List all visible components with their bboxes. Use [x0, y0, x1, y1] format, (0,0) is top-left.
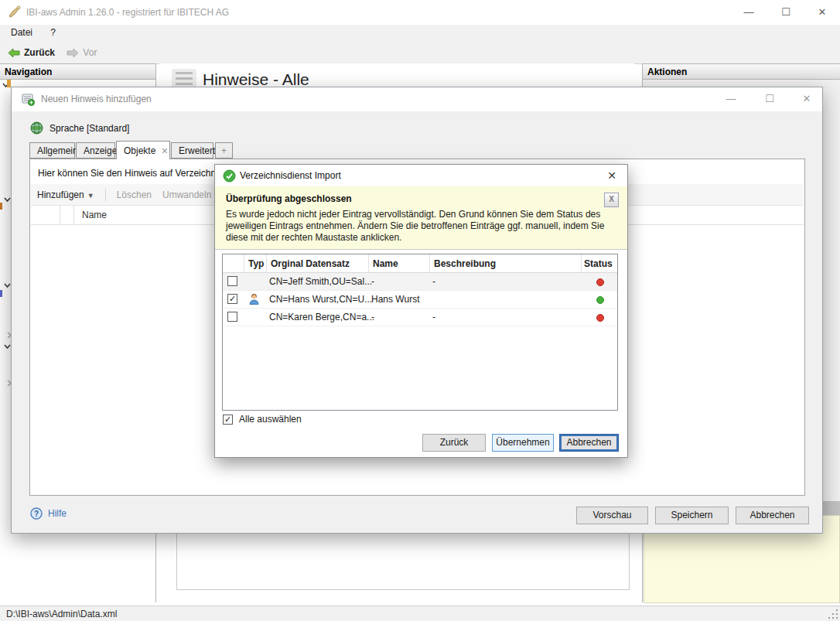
help-link[interactable]: ? Hilfe — [30, 507, 67, 520]
success-check-icon — [223, 169, 236, 183]
table-row[interactable]: CN=Jeff Smith,OU=Sal... - - — [223, 273, 617, 291]
tab-anzeige[interactable]: Anzeige — [76, 142, 115, 159]
cell-name: - — [371, 312, 374, 322]
tree-item-icon — [0, 203, 2, 210]
banner-text: Es wurde jedoch nicht jeder Eintrag verv… — [226, 209, 613, 244]
statusbar: D:\IBI-aws\Admin\Data.xml — [0, 606, 840, 621]
add-notice-icon — [22, 93, 35, 106]
dialog-titlebar: Neuen Hinweis hinzufügen — ☐ ✕ — [12, 87, 822, 111]
close-button[interactable]: ✕ — [804, 0, 840, 24]
tab-add-button[interactable]: + — [215, 142, 233, 159]
table-row[interactable]: CN=Hans Wurst,CN=U... Hans Wurst — [223, 291, 617, 309]
menubar: Datei ? — [0, 25, 840, 42]
app-window: IBI-aws Admin 1.26.0 - registriert für I… — [0, 0, 840, 621]
maximize-button[interactable]: ☐ — [768, 0, 804, 24]
status-dot — [596, 278, 604, 286]
status-dot — [596, 314, 604, 322]
tab-allgemein[interactable]: Allgemein — [29, 142, 75, 159]
result-banner: Überprüfung abgeschlossen X Es wurde jed… — [215, 186, 627, 250]
back-arrow-icon — [8, 48, 20, 58]
app-icon — [8, 5, 22, 19]
cell-description: - — [432, 312, 435, 322]
dialog-close-button[interactable]: ✕ — [791, 87, 822, 111]
forward-label: Vor — [83, 47, 97, 58]
dialog-minimize-button[interactable]: — — [715, 87, 746, 111]
cell-description: - — [432, 276, 435, 287]
import-table: Typ Orginal Datensatz Name Beschreibung … — [222, 254, 618, 411]
main-toolbar: Zurück Vor — [0, 42, 840, 64]
convert-object-button[interactable]: Umwandeln▼ — [162, 189, 221, 200]
dialog-maximize-button[interactable]: ☐ — [754, 87, 785, 111]
back-button[interactable]: Zurück — [3, 42, 60, 63]
actions-header: Aktionen — [643, 63, 840, 80]
name-column-header[interactable]: Name — [82, 210, 107, 220]
help-icon: ? — [30, 507, 43, 520]
language-selector[interactable]: Sprache [Standard] — [30, 121, 129, 135]
apply-button[interactable]: Übernehmen — [492, 434, 554, 452]
save-button[interactable]: Speichern — [655, 507, 729, 524]
menu-help[interactable]: ? — [43, 25, 63, 40]
language-label: Sprache [Standard] — [50, 123, 129, 134]
add-object-button[interactable]: Hinzufügen▼ — [37, 189, 94, 200]
tab-objekte[interactable]: Objekte✕ — [116, 141, 170, 159]
status-dot — [596, 296, 604, 304]
select-all-label: Alle auswählen — [239, 414, 302, 425]
navigation-header: Navigation — [0, 63, 155, 80]
col-beschreibung[interactable]: Beschreibung — [434, 258, 496, 269]
select-all-control[interactable]: Alle auswählen — [223, 414, 302, 425]
import-dialog-title: Verzeichnisdienst Import — [240, 165, 341, 186]
svg-text:?: ? — [34, 510, 39, 518]
resize-grip[interactable] — [828, 609, 838, 619]
forward-button[interactable]: Vor — [62, 42, 101, 63]
wizard-back-button[interactable]: Zurück — [422, 434, 486, 452]
directory-import-dialog: Verzeichnisdienst Import ✕ Überprüfung a… — [214, 164, 628, 458]
row-checkbox[interactable] — [227, 312, 237, 322]
col-typ[interactable]: Typ — [248, 258, 264, 269]
toolbar-separator — [105, 189, 106, 201]
row-checkbox[interactable] — [227, 276, 237, 286]
select-all-checkbox[interactable] — [223, 415, 233, 425]
dialog-title: Neuen Hinweis hinzufügen — [41, 87, 152, 111]
col-status[interactable]: Status — [584, 258, 613, 269]
data-file-path: D:\IBI-aws\Admin\Data.xml — [6, 609, 117, 619]
menu-datei[interactable]: Datei — [3, 25, 40, 40]
titlebar: IBI-aws Admin 1.26.0 - registriert für I… — [0, 0, 840, 26]
wizard-cancel-button[interactable]: Abbrechen — [559, 434, 619, 452]
col-original[interactable]: Orginal Datensatz — [271, 258, 350, 269]
cell-name: Hans Wurst — [371, 294, 419, 305]
delete-object-button[interactable]: Löschen — [117, 189, 152, 200]
tab-erweitert[interactable]: Erweitert — [171, 142, 213, 159]
tree-item-icon — [0, 290, 2, 297]
cancel-button[interactable]: Abbrechen — [736, 507, 809, 524]
import-table-header: Typ Orginal Datensatz Name Beschreibung … — [223, 254, 617, 273]
import-dialog-titlebar: Verzeichnisdienst Import ✕ — [215, 165, 627, 186]
globe-icon — [30, 121, 43, 135]
preview-button[interactable]: Vorschau — [576, 507, 648, 524]
tab-close-icon[interactable]: ✕ — [161, 146, 168, 155]
cell-original: CN=Karen Berge,CN=a... — [269, 312, 374, 322]
forward-arrow-icon — [67, 48, 79, 58]
minimize-button[interactable]: — — [731, 0, 767, 24]
user-icon — [248, 293, 260, 305]
col-name[interactable]: Name — [373, 258, 398, 269]
cell-original: CN=Jeff Smith,OU=Sal... — [269, 276, 372, 287]
cell-original: CN=Hans Wurst,CN=U... — [269, 294, 372, 305]
back-label: Zurück — [24, 47, 55, 58]
import-dialog-close-button[interactable]: ✕ — [603, 165, 621, 186]
table-row[interactable]: CN=Karen Berge,CN=a... - - — [223, 309, 617, 326]
help-label: Hilfe — [48, 508, 67, 519]
row-checkbox[interactable] — [227, 294, 237, 304]
banner-title: Überprüfung abgeschlossen — [226, 193, 352, 204]
window-title: IBI-aws Admin 1.26.0 - registriert für I… — [26, 0, 229, 25]
banner-close-button[interactable]: X — [604, 193, 619, 207]
dropdown-arrow-icon: ▼ — [87, 192, 94, 200]
cell-name: - — [371, 276, 374, 287]
